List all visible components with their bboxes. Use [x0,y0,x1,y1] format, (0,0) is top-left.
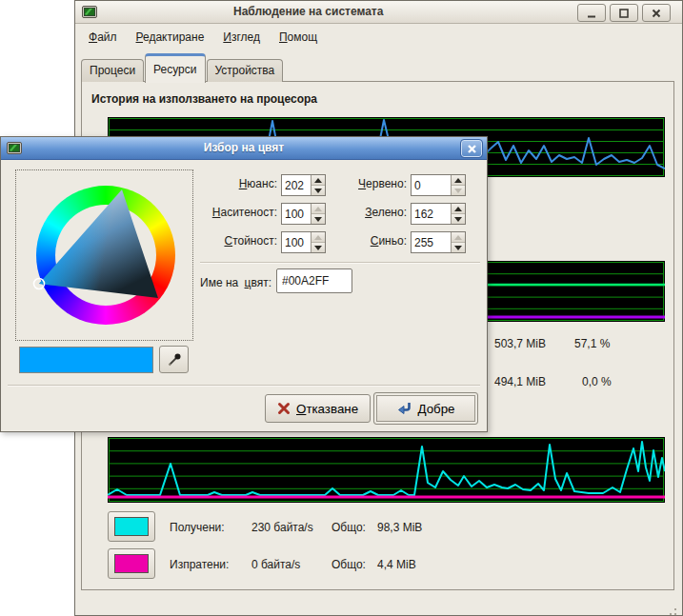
sent-label: Изпратени: [170,558,229,571]
app-monitor-icon [7,141,22,156]
color-picker-dialog: Избор на цвят [0,136,488,432]
blue-spin-buttons [451,232,465,252]
menubar: Файл Редактиране Изглед Помощ [75,25,682,50]
received-color-button[interactable] [108,511,155,542]
menu-edit[interactable]: Редактиране [131,28,210,47]
sent-color-swatch [114,554,149,573]
menu-help[interactable]: Помощ [274,28,322,47]
maximize-button[interactable] [610,4,638,22]
arrow-down-icon [454,189,462,193]
swap-used-value: 494,1 MiB [494,375,546,388]
close-button[interactable] [642,4,671,22]
sent-total: 4,4 MiB [377,558,416,571]
green-spinbox [411,203,466,225]
cancel-label: Отказване [296,402,358,416]
color-name-input[interactable] [276,268,352,293]
arrow-down-icon [454,246,462,250]
memory-used-value: 503,7 MiB [494,337,546,350]
green-label: Зелено: [306,206,407,219]
minimize-button[interactable] [577,4,606,22]
arrow-up-icon [454,235,462,240]
color-wheel[interactable] [15,169,193,341]
sent-total-label: Общо: [331,558,366,571]
green-input[interactable] [412,204,451,224]
red-input[interactable] [412,175,451,195]
green-spin-down[interactable] [452,214,465,224]
received-total: 98,3 MiB [377,521,422,534]
received-rate: 230 байта/s [251,521,313,534]
ok-enter-arrow-icon [396,402,412,415]
tab-devices[interactable]: Устройства [207,59,284,82]
eyedropper-icon [167,352,182,368]
cancel-x-icon [277,402,291,415]
color-name-label: Име на цвят: [144,276,271,289]
received-label: Получени: [170,521,225,534]
sent-color-button[interactable] [108,548,155,579]
cancel-button[interactable]: Отказване [265,394,371,423]
blue-spinbox [411,231,466,253]
fields-separator [200,262,480,264]
main-titlebar[interactable]: Наблюдение на системата [75,1,682,24]
ok-label: Добре [417,402,454,416]
arrow-up-icon [454,178,462,183]
arrow-up-icon [454,207,462,211]
cpu-history-title: История на използването на процесора [91,92,317,106]
dialog-titlebar[interactable]: Избор на цвят [1,137,487,160]
app-monitor-icon [82,5,97,20]
swap-used-percent: 0,0 % [582,375,612,388]
dialog-close-button[interactable] [461,140,482,157]
memory-used-percent: 57,1 % [574,337,610,350]
received-color-swatch [114,517,149,536]
green-spin-buttons [451,204,465,224]
sent-rate: 0 байта/s [251,558,300,571]
received-total-label: Общо: [331,521,366,534]
menu-file[interactable]: Файл [84,28,122,47]
statusbar [75,591,682,615]
desktop: Наблюдение на системата Файл Редактиране… [0,0,683,616]
value-label: Стойност: [172,234,277,248]
blue-input[interactable] [412,232,451,252]
resize-grip[interactable] [674,608,676,610]
saturation-value-triangle[interactable] [16,170,192,340]
dialog-title: Избор на цвят [204,141,284,154]
eyedropper-button[interactable] [159,346,189,373]
arrow-down-icon [454,217,462,222]
network-history-chart [108,437,665,503]
saturation-label: Наситеност: [172,206,277,219]
red-spin-down[interactable] [452,186,465,195]
tab-processes[interactable]: Процеси [81,59,144,82]
tabstrip: Процеси Ресурси Устройства [81,51,284,82]
green-spin-up[interactable] [452,204,465,214]
hue-label: Нюанс: [172,177,277,190]
blue-spin-up[interactable] [452,232,465,243]
red-spin-up[interactable] [452,175,465,186]
blue-spin-down[interactable] [452,243,465,252]
red-spinbox [411,174,466,196]
main-window-title: Наблюдение на системата [233,5,383,18]
blue-label: Синьо: [306,234,407,248]
buttons-separator [8,385,480,387]
ok-button[interactable]: Добре [373,392,478,425]
red-spin-buttons [451,175,465,195]
selected-color-preview [19,347,153,373]
menu-view[interactable]: Изглед [218,28,265,47]
red-label: Червено: [306,177,407,190]
tab-resources[interactable]: Ресурси [145,53,205,83]
